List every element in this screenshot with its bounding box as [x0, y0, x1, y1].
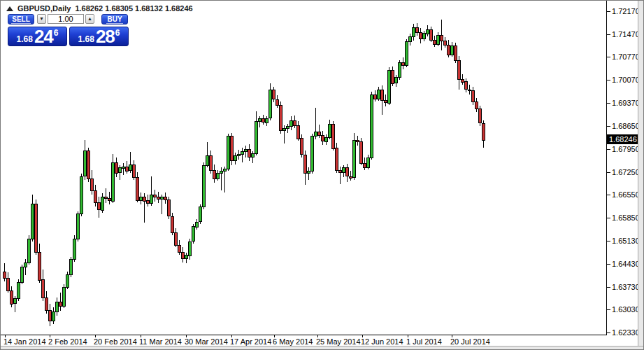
candle-body	[360, 142, 363, 164]
price-tick-label: 1.64430	[612, 260, 640, 268]
volume-decrease-button[interactable]: ▼	[37, 14, 46, 24]
volume-input[interactable]: 1.00	[48, 14, 84, 24]
candle-body	[164, 197, 167, 200]
candle-body	[322, 136, 324, 141]
candle-body	[423, 34, 426, 39]
candle-body	[182, 253, 185, 259]
candle-body	[388, 71, 391, 104]
candle-body	[416, 28, 419, 33]
candle-body	[364, 164, 366, 168]
candle-body	[262, 119, 265, 122]
candle-body	[329, 125, 331, 138]
candle-body	[168, 200, 171, 216]
candle-body	[101, 197, 104, 211]
price-tick-label: 1.71470	[612, 30, 640, 38]
volume-increase-button[interactable]: ▲	[85, 14, 94, 24]
date-tick-label: 1 Jul 2014	[406, 337, 442, 346]
date-tick-label: 25 May 2014	[316, 337, 361, 346]
ask-price-box[interactable]: 1.68 28 6	[69, 27, 129, 46]
candle-body	[255, 122, 258, 154]
candle-body	[455, 46, 457, 61]
candle-body	[448, 46, 450, 55]
date-tick-label: 2 Feb 2014	[48, 337, 87, 346]
date-tick-label: 17 Apr 2014	[230, 337, 271, 346]
candle-body	[475, 102, 478, 109]
price-tick-label: 1.65850	[612, 214, 640, 222]
candle-body	[241, 152, 244, 155]
candle-body	[318, 132, 321, 136]
candle-body	[143, 197, 146, 202]
ask-pipette: 6	[115, 29, 120, 36]
candle-body	[252, 154, 255, 158]
candle-body	[301, 139, 303, 155]
bid-price-box[interactable]: 1.68 24 6	[8, 27, 67, 46]
candle-body	[283, 129, 286, 131]
date-tick-label: 30 Mar 2014	[185, 337, 228, 346]
candle-body	[465, 82, 468, 90]
candle-body	[430, 30, 433, 41]
candle-body	[94, 191, 97, 203]
candle-body	[21, 267, 24, 283]
collapse-panel-arrow-icon[interactable]	[6, 6, 13, 11]
candle-body	[444, 41, 447, 46]
candle-body	[10, 291, 13, 304]
candle-body	[451, 46, 454, 55]
candle-body	[350, 177, 352, 178]
candle-body	[119, 168, 122, 173]
candle-body	[479, 109, 482, 123]
candle-body	[70, 260, 73, 275]
sell-button[interactable]: SELL	[8, 14, 34, 24]
candle-body	[49, 311, 52, 321]
chart-canvas[interactable]: 1.721701.714701.707701.700701.693701.686…	[1, 1, 644, 350]
candle-body	[161, 197, 164, 200]
candle-body	[238, 155, 241, 156]
candle-body	[325, 138, 328, 142]
candle-body	[339, 171, 342, 173]
current-price-tag: 1.68246	[607, 134, 640, 144]
candle-body	[402, 63, 405, 66]
candle-body	[122, 167, 125, 169]
symbol-period-label: GBPUSD,Daily	[17, 4, 71, 13]
candle-body	[140, 197, 143, 201]
candle-body	[213, 171, 216, 179]
candle-body	[231, 136, 234, 161]
candle-body	[224, 169, 227, 172]
candle-body	[147, 201, 150, 204]
candle-body	[234, 156, 237, 161]
candle-body	[133, 165, 136, 178]
candle-body	[24, 263, 27, 267]
date-tick-label: 11 Mar 2014	[139, 337, 182, 346]
one-click-trading-panel: SELL ▼ 1.00 ▲ BUY 1.68 24 6 1.68 28 6	[8, 14, 129, 46]
candle-body	[87, 151, 90, 179]
candle-body	[185, 255, 188, 259]
price-tick-label: 1.70070	[612, 76, 640, 84]
candle-body	[266, 119, 269, 123]
candle-body	[482, 124, 485, 141]
candle-body	[378, 90, 380, 99]
candle-body	[126, 167, 129, 172]
ask-big-digits: 28	[96, 29, 115, 44]
candle-body	[269, 90, 272, 118]
candle-body	[461, 80, 464, 83]
candle-body	[399, 63, 401, 78]
candle-body	[52, 312, 55, 321]
candle-body	[385, 101, 387, 103]
candle-body	[315, 132, 317, 136]
price-tick-label: 1.67950	[612, 145, 640, 153]
candle-body	[42, 280, 45, 298]
candle-body	[392, 71, 394, 84]
buy-button[interactable]: BUY	[101, 14, 128, 24]
price-tick-label: 1.63730	[612, 283, 640, 291]
candle-body	[371, 95, 373, 158]
candle-body	[343, 168, 345, 173]
candle-body	[115, 163, 118, 174]
candle-body	[374, 95, 377, 99]
chart-title-bar: GBPUSD,Daily 1.68262 1.68305 1.68132 1.6…	[6, 4, 193, 13]
price-tick-label: 1.69370	[612, 99, 640, 107]
price-tick-label: 1.66550	[612, 190, 640, 199]
bid-big-digits: 24	[34, 29, 53, 44]
candle-body	[84, 151, 87, 176]
candle-body	[56, 302, 59, 312]
candle-body	[227, 136, 230, 169]
candle-body	[304, 155, 307, 174]
